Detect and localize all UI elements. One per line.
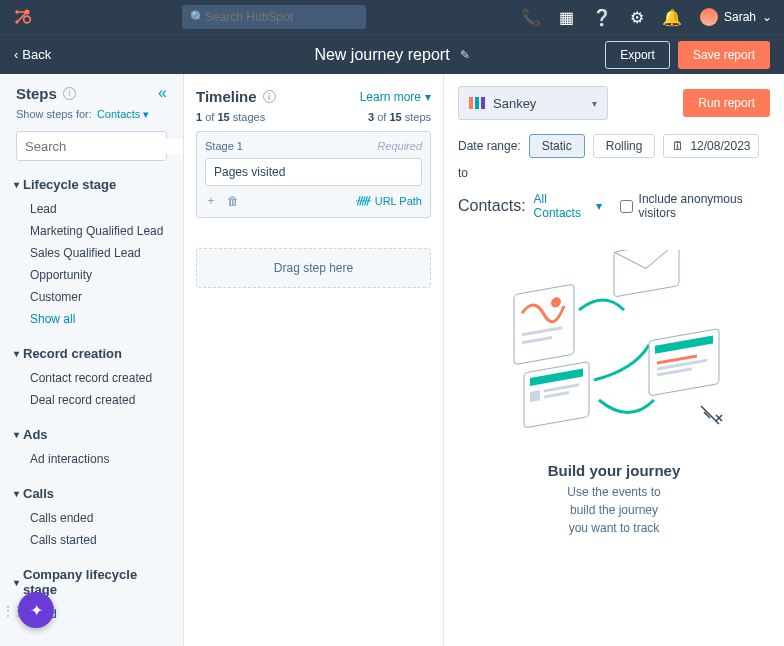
empty-state-title: Build your journey — [548, 462, 681, 479]
contacts-value: All Contacts — [534, 192, 592, 220]
url-path-property[interactable]: ᚏURL Path — [356, 194, 422, 207]
global-search-input[interactable] — [205, 10, 358, 24]
chevron-down-icon: ▾ — [425, 90, 431, 104]
show-for-value: Contacts — [97, 108, 140, 120]
chevron-down-icon: ▾ — [596, 199, 602, 213]
show-all-link[interactable]: Show all — [0, 308, 183, 330]
export-button[interactable]: Export — [605, 41, 670, 69]
journey-illustration — [484, 250, 744, 450]
section-ads: ▾Ads Ad interactions — [0, 421, 183, 480]
date-value: 12/08/2023 — [690, 139, 750, 153]
empty-state-text: Use the events to build the journey you … — [567, 483, 660, 537]
steps-panel: Steps i « Show steps for: Contacts ▾ 🔍 ▾… — [0, 74, 184, 646]
run-report-button[interactable]: Run report — [683, 89, 770, 117]
steps-search-input[interactable] — [25, 139, 184, 154]
top-nav: 🔍 📞 ▦ ❔ ⚙ 🔔 Sarah ⌄ — [0, 0, 784, 34]
help-icon[interactable]: ❔ — [592, 8, 612, 27]
include-anon-input[interactable] — [620, 200, 633, 213]
collapse-panel-icon[interactable]: « — [158, 84, 167, 102]
svg-rect-4 — [469, 97, 473, 109]
save-report-button[interactable]: Save report — [678, 41, 770, 69]
sankey-icon — [469, 97, 485, 109]
section-title: Calls — [23, 486, 54, 501]
section-title: Record creation — [23, 346, 122, 361]
back-button[interactable]: ‹ Back — [14, 47, 51, 62]
sparkle-icon: ✦ — [30, 601, 43, 620]
report-canvas: Sankey ▾ Run report Date range: Static R… — [444, 74, 784, 646]
page-header: ‹ Back New journey report ✎ Export Save … — [0, 34, 784, 74]
section-title: Ads — [23, 427, 48, 442]
stage-card: Stage 1 Required Pages visited ＋ 🗑 ᚏURL … — [196, 131, 431, 218]
section-lifecycle-stage: ▾Lifecycle stage Lead Marketing Qualifie… — [0, 171, 183, 340]
step-item[interactable]: Deal record created — [0, 389, 183, 411]
svg-rect-14 — [530, 390, 540, 402]
learn-more-label: Learn more — [360, 90, 421, 104]
user-name: Sarah — [724, 10, 756, 24]
info-icon[interactable]: i — [63, 87, 76, 100]
stage-field[interactable]: Pages visited — [205, 158, 422, 186]
filter-icon: ᚏ — [356, 194, 371, 207]
step-item[interactable]: Ad interactions — [0, 448, 183, 470]
date-range-label: Date range: — [458, 139, 521, 153]
info-icon[interactable]: i — [263, 90, 276, 103]
section-title: Lifecycle stage — [23, 177, 116, 192]
static-pill[interactable]: Static — [529, 134, 585, 158]
steps-title: Steps — [16, 85, 57, 102]
section-calls: ▾Calls Calls ended Calls started — [0, 480, 183, 561]
section-head[interactable]: ▾Ads — [0, 423, 183, 446]
chart-type-label: Sankey — [493, 96, 536, 111]
chevron-down-icon: ▾ — [143, 108, 149, 120]
back-label: Back — [22, 47, 51, 62]
settings-icon[interactable]: ⚙ — [630, 8, 644, 27]
required-badge: Required — [377, 140, 422, 152]
delete-step-icon[interactable]: 🗑 — [227, 194, 239, 208]
notifications-icon[interactable]: 🔔 — [662, 8, 682, 27]
chevron-down-icon: ▾ — [592, 98, 597, 109]
step-item[interactable]: Calls started — [0, 529, 183, 551]
caret-down-icon: ▾ — [14, 179, 19, 190]
step-item[interactable]: Lead — [0, 198, 183, 220]
include-anonymous-checkbox[interactable]: Include anonymous visitors — [620, 192, 770, 220]
caret-down-icon: ▾ — [14, 348, 19, 359]
global-search[interactable]: 🔍 — [182, 5, 366, 29]
caret-down-icon: ▾ — [14, 488, 19, 499]
show-for-contacts-link[interactable]: Contacts ▾ — [97, 108, 149, 120]
section-head[interactable]: ▾Calls — [0, 482, 183, 505]
rolling-pill[interactable]: Rolling — [593, 134, 656, 158]
step-item[interactable]: Contact record created — [0, 367, 183, 389]
step-item[interactable]: Opportunity — [0, 264, 183, 286]
timeline-title: Timeline — [196, 88, 257, 105]
phone-icon[interactable]: 📞 — [521, 8, 541, 27]
caret-down-icon: ▾ — [14, 577, 19, 588]
step-item[interactable]: Marketing Qualified Lead — [0, 220, 183, 242]
add-step-icon[interactable]: ＋ — [205, 192, 217, 209]
date-to-label: to — [458, 166, 468, 180]
chevron-down-icon: ⌄ — [762, 10, 772, 24]
edit-title-icon[interactable]: ✎ — [460, 48, 470, 62]
property-label: URL Path — [375, 195, 422, 207]
drag-step-zone[interactable]: Drag step here — [196, 248, 431, 288]
calendar-icon: 🗓 — [672, 139, 684, 153]
svg-point-3 — [24, 16, 31, 23]
marketplace-icon[interactable]: ▦ — [559, 8, 574, 27]
learn-more-link[interactable]: Learn more▾ — [360, 90, 431, 104]
timeline-panel: Timeline i Learn more▾ 1 of 15 stages 3 … — [184, 74, 444, 646]
date-from-input[interactable]: 🗓12/08/2023 — [663, 134, 759, 158]
svg-rect-7 — [514, 284, 574, 365]
user-menu[interactable]: Sarah ⌄ — [700, 8, 772, 26]
section-head[interactable]: ▾Lifecycle stage — [0, 173, 183, 196]
steps-search[interactable]: 🔍 — [16, 131, 167, 161]
step-item[interactable]: Customer — [0, 286, 183, 308]
page-title: New journey report ✎ — [314, 46, 469, 64]
step-item[interactable]: Sales Qualified Lead — [0, 242, 183, 264]
contacts-filter[interactable]: All Contacts▾ — [534, 192, 602, 220]
section-title: Company lifecycle stage — [23, 567, 169, 597]
step-item[interactable]: Calls ended — [0, 507, 183, 529]
help-fab[interactable]: ✦ — [18, 592, 54, 628]
caret-down-icon: ▾ — [14, 429, 19, 440]
stage-label: Stage 1 — [205, 140, 243, 152]
chart-type-select[interactable]: Sankey ▾ — [458, 86, 608, 120]
svg-rect-6 — [481, 97, 485, 109]
search-icon: 🔍 — [190, 10, 205, 24]
section-head[interactable]: ▾Record creation — [0, 342, 183, 365]
